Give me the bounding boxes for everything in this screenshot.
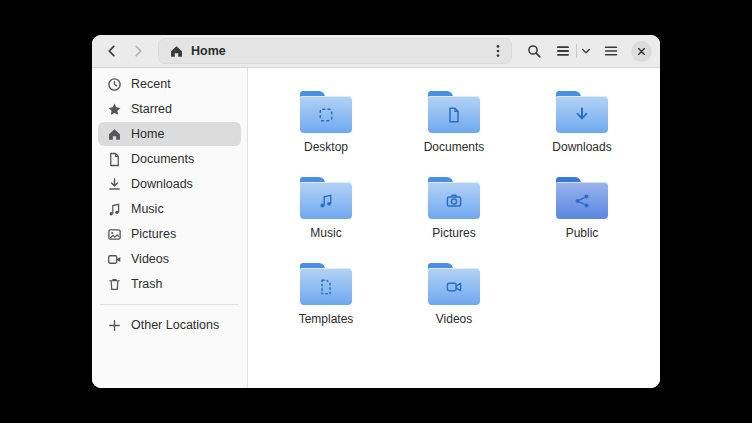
image-icon: [106, 227, 122, 242]
path-label: Home: [191, 44, 226, 58]
folder-body: [428, 268, 480, 305]
sidebar-item-starred[interactable]: Starred: [98, 97, 241, 121]
sidebar-item-label: Recent: [131, 77, 171, 91]
file-item-documents[interactable]: Documents: [390, 86, 518, 159]
files-window: Home: [92, 35, 660, 388]
sidebar-item-label: Music: [131, 202, 164, 216]
view-list-button[interactable]: [550, 39, 576, 63]
close-icon: [635, 45, 648, 58]
sidebar-item-music[interactable]: Music: [98, 197, 241, 221]
folder-icon: [428, 177, 480, 219]
sidebar-item-label: Pictures: [131, 227, 176, 241]
file-name: Templates: [299, 312, 354, 326]
desktop-emblem-icon: [316, 105, 336, 125]
trash-icon: [106, 277, 122, 292]
window-body: RecentStarredHomeDocumentsDownloadsMusic…: [92, 68, 660, 388]
file-name: Music: [310, 226, 341, 240]
home-icon: [169, 44, 184, 59]
sidebar-item-trash[interactable]: Trash: [98, 272, 241, 296]
music-icon: [106, 202, 122, 217]
document-icon: [106, 152, 122, 167]
sidebar-item-label: Home: [131, 127, 164, 141]
file-browser-pane: DesktopDocumentsDownloadsMusicPicturesPu…: [248, 68, 660, 388]
folder-icon: [300, 91, 352, 133]
sidebar-list: RecentStarredHomeDocumentsDownloadsMusic…: [98, 72, 241, 296]
hamburger-icon: [603, 43, 619, 59]
sidebar-item-videos[interactable]: Videos: [98, 247, 241, 271]
share-emblem-icon: [572, 191, 592, 211]
folder-icon: [428, 263, 480, 305]
sidebar-item-label: Other Locations: [131, 318, 219, 332]
file-item-videos[interactable]: Videos: [390, 258, 518, 331]
chevron-right-icon: [130, 43, 146, 59]
clock-icon: [106, 77, 122, 92]
document-emblem-icon: [444, 105, 464, 125]
folder-body: [300, 268, 352, 305]
sidebar-item-label: Downloads: [131, 177, 193, 191]
file-name: Videos: [436, 312, 472, 326]
sidebar-item-other-locations[interactable]: Other Locations: [98, 313, 241, 337]
desktop-background: Home: [0, 0, 752, 423]
search-icon: [526, 43, 542, 59]
folder-icon: [300, 177, 352, 219]
view-options-button[interactable]: [577, 39, 595, 63]
folder-icon: [300, 263, 352, 305]
download-emblem-icon: [572, 105, 592, 125]
file-name: Pictures: [432, 226, 475, 240]
forward-button[interactable]: [126, 39, 150, 63]
main-menu-button[interactable]: [599, 39, 623, 63]
view-toggle-split-button: [550, 39, 595, 63]
file-item-templates[interactable]: Templates: [262, 258, 390, 331]
back-button[interactable]: [100, 39, 124, 63]
sidebar-item-pictures[interactable]: Pictures: [98, 222, 241, 246]
file-name: Downloads: [552, 140, 611, 154]
sidebar-item-label: Videos: [131, 252, 169, 266]
sidebar-item-downloads[interactable]: Downloads: [98, 172, 241, 196]
folder-body: [428, 96, 480, 133]
header-bar: Home: [92, 35, 660, 68]
sidebar-item-home[interactable]: Home: [98, 122, 241, 146]
music-emblem-icon: [316, 191, 336, 211]
sidebar-item-recent[interactable]: Recent: [98, 72, 241, 96]
camera-emblem-icon: [444, 191, 464, 211]
file-grid: DesktopDocumentsDownloadsMusicPicturesPu…: [262, 86, 660, 331]
video-icon: [106, 252, 122, 267]
file-name: Documents: [424, 140, 485, 154]
chevron-down-icon: [580, 45, 592, 57]
download-icon: [106, 177, 122, 192]
file-item-public[interactable]: Public: [518, 172, 646, 245]
sidebar-item-label: Starred: [131, 102, 172, 116]
location-menu-button[interactable]: [487, 41, 509, 61]
folder-body: [556, 96, 608, 133]
search-button[interactable]: [522, 39, 546, 63]
window-close-button[interactable]: [631, 41, 652, 62]
file-item-desktop[interactable]: Desktop: [262, 86, 390, 159]
star-icon: [106, 102, 122, 117]
folder-body: [428, 182, 480, 219]
sidebar-item-label: Documents: [131, 152, 194, 166]
folder-body: [556, 182, 608, 219]
folder-icon: [556, 91, 608, 133]
folder-body: [300, 182, 352, 219]
sidebar-item-documents[interactable]: Documents: [98, 147, 241, 171]
template-emblem-icon: [316, 277, 336, 297]
folder-body: [300, 96, 352, 133]
chevron-left-icon: [104, 43, 120, 59]
list-view-icon: [555, 43, 571, 59]
sidebar-item-label: Trash: [131, 277, 163, 291]
folder-icon: [556, 177, 608, 219]
folder-icon: [428, 91, 480, 133]
home-icon: [106, 127, 122, 142]
plus-icon: [106, 318, 122, 333]
kebab-icon: [490, 43, 506, 59]
path-bar[interactable]: Home: [158, 38, 512, 64]
file-item-pictures[interactable]: Pictures: [390, 172, 518, 245]
file-name: Public: [566, 226, 599, 240]
video-emblem-icon: [444, 277, 464, 297]
file-item-music[interactable]: Music: [262, 172, 390, 245]
sidebar-separator: [100, 304, 239, 305]
sidebar: RecentStarredHomeDocumentsDownloadsMusic…: [92, 68, 248, 388]
file-item-downloads[interactable]: Downloads: [518, 86, 646, 159]
file-name: Desktop: [304, 140, 348, 154]
